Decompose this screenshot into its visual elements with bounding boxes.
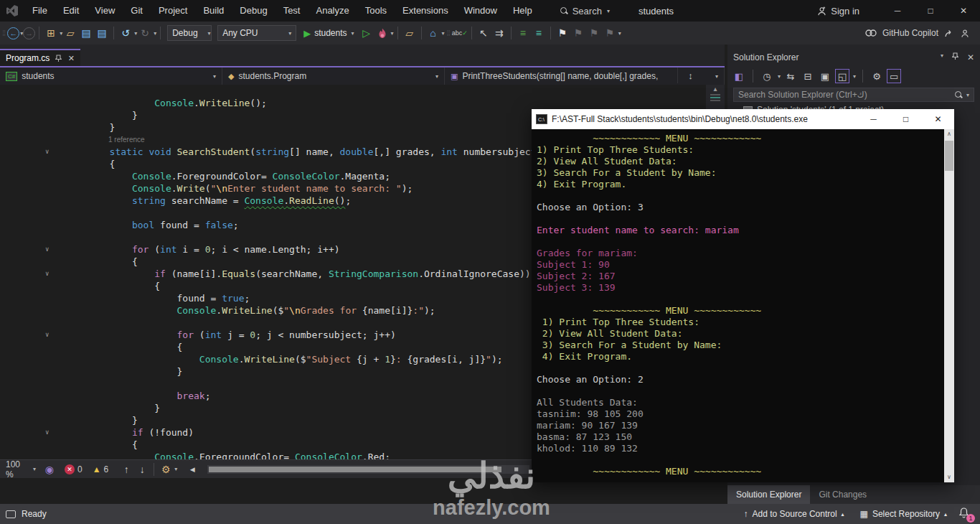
filter-dropdown-icon[interactable]: ▾ [778,73,781,80]
menu-test[interactable]: Test [275,0,308,22]
properties-icon[interactable]: ▣ [818,69,832,83]
toolbar-grip[interactable]: ⁞⁞ [2,29,5,37]
fold-chevron-icon[interactable]: ∨ [45,329,49,341]
feedback-bubble-icon[interactable] [6,510,16,518]
close-button[interactable]: ✕ [947,0,980,22]
menu-extensions[interactable]: Extensions [395,0,456,22]
feedback-person-icon[interactable] [960,29,970,38]
menu-project[interactable]: Project [151,0,195,22]
toggle-bookmark-button[interactable]: ⚑ [555,24,570,42]
tab-git-changes[interactable]: Git Changes [810,485,875,504]
preview-selected-items-icon[interactable]: ▭ [887,69,901,83]
format-indent-button[interactable]: ⇉ [491,24,507,42]
save-button[interactable]: ▤ [78,24,94,42]
save-all-button[interactable]: ▤ [94,24,110,42]
select-repository-button[interactable]: ▦ Select Repository ▴ [856,509,951,519]
scrollbar-thumb[interactable] [945,141,953,171]
code-cleanup-button[interactable]: ⚙ [158,461,174,478]
menu-file[interactable]: File [24,0,55,22]
undo-button[interactable]: ↺ [118,24,133,42]
tab-program-cs[interactable]: Program.cs ✕ [0,49,80,66]
pin-icon[interactable] [952,52,958,60]
prev-bookmark-button[interactable]: ⚑ [570,24,586,42]
new-project-button[interactable]: ⊞ [43,24,59,42]
zoom-level[interactable]: 100 % [6,459,30,479]
navigate-back-button[interactable]: ← [7,27,19,39]
sync-with-active-document-icon[interactable]: ⇆ [783,69,798,83]
console-scrollbar[interactable]: ∧ ∨ [944,129,954,482]
share-icon[interactable] [944,29,954,38]
close-panel-icon[interactable]: ✕ [967,52,974,62]
hot-reload-button[interactable] [374,24,390,42]
next-issue-button[interactable]: ↓ [134,461,150,478]
add-to-source-control-button[interactable]: ↑ Add to Source Control ▴ [740,509,849,519]
minimize-button[interactable]: ─ [881,0,914,22]
console-close-button[interactable]: ✕ [922,109,954,129]
bookmark-dropdown-icon[interactable]: ▾ [618,30,621,37]
uncomment-lines-button[interactable]: ≡ [531,24,547,42]
menu-debug[interactable]: Debug [232,0,275,22]
console-window[interactable]: C:\ F:\AST-Full Stack\students\students\… [532,109,954,482]
solution-configuration-select[interactable]: Debug ▾ [167,25,212,41]
find-in-files-button[interactable]: ▱ [402,24,418,42]
pending-changes-filter-icon[interactable]: ◷ [760,69,774,83]
menu-help[interactable]: Help [505,0,540,22]
console-title-bar[interactable]: C:\ F:\AST-Full Stack\students\students\… [532,109,954,129]
navigate-forward-button[interactable]: → [23,27,35,39]
fold-chevron-icon[interactable]: ∨ [45,426,49,439]
show-all-dropdown-icon[interactable]: ▾ [853,73,856,80]
scroll-left-icon[interactable]: ◀ [184,461,200,478]
prev-issue-button[interactable]: ↑ [118,461,134,478]
horizontal-scrollbar[interactable] [207,465,529,474]
fold-chevron-icon[interactable]: ∨ [45,146,49,158]
scroll-up-icon[interactable]: ∧ [944,129,954,139]
wrench-icon[interactable]: ⚙ [870,69,884,83]
start-debugging-button[interactable]: ▶ students ▾ [299,28,358,39]
menu-window[interactable]: Window [456,0,505,22]
scroll-up-icon[interactable]: ▴ [706,85,725,93]
console-maximize-button[interactable]: □ [890,109,922,129]
fold-chevron-icon[interactable]: ∨ [45,268,49,280]
menu-edit[interactable]: Edit [55,0,87,22]
clear-bookmarks-button[interactable]: ⚑ [602,24,618,42]
scroll-down-icon[interactable]: ∨ [944,472,954,482]
restore-button[interactable]: □ [914,0,947,22]
live-share-dropdown-icon[interactable]: ▾ [442,30,445,37]
menu-git[interactable]: Git [123,0,151,22]
project-dropdown[interactable]: C# students ▾ [0,67,222,85]
menu-build[interactable]: Build [195,0,232,22]
menu-analyze[interactable]: Analyze [308,0,357,22]
toolbar-grip[interactable]: ⁞⁞ [447,29,450,37]
warning-count[interactable]: ▲ 6 [93,464,109,474]
close-tab-icon[interactable]: ✕ [67,50,75,67]
redo-button[interactable]: ↻ [137,24,153,42]
console-minimize-button[interactable]: ─ [857,109,890,129]
start-without-debugging-button[interactable]: ▷ [359,24,374,42]
switch-views-icon[interactable]: ◧ [732,69,746,83]
fold-chevron-icon[interactable]: ∨ [45,243,49,256]
type-dropdown[interactable]: ◆ students.Program ▾ [222,67,445,85]
sign-in-button[interactable]: Sign in [817,6,859,17]
notifications-button[interactable]: 1 [958,507,973,521]
zoom-dropdown-icon[interactable]: ▾ [33,466,36,472]
open-file-button[interactable]: ▱ [62,24,78,42]
tab-solution-explorer[interactable]: Solution Explorer [727,485,810,504]
title-search[interactable]: Search ▾ [560,6,610,17]
live-share-button[interactable]: ⌂ [425,24,441,42]
copilot-label[interactable]: GitHub Copilot [882,28,938,38]
scrollbar-thumb[interactable] [209,467,501,472]
solution-platform-select[interactable]: Any CPU ▾ [217,25,296,41]
panel-options-icon[interactable]: ▾ [941,52,943,62]
cleanup-dropdown-icon[interactable]: ▾ [174,466,177,472]
select-pointer-button[interactable]: ↖ [476,24,491,42]
comment-lines-button[interactable]: ≡ [515,24,531,42]
pin-icon[interactable] [55,55,62,62]
menu-tools[interactable]: Tools [357,0,395,22]
spell-check-button[interactable]: abc✓ [452,24,468,42]
error-count[interactable]: ✕ 0 [65,464,83,474]
hot-reload-dropdown-icon[interactable]: ▾ [391,30,394,37]
next-bookmark-button[interactable]: ⚑ [586,24,602,42]
health-indicator-icon[interactable]: ◉ [42,461,57,478]
redo-dropdown-icon[interactable]: ▾ [154,30,156,37]
split-editor-handle[interactable]: ↕ [677,67,703,83]
